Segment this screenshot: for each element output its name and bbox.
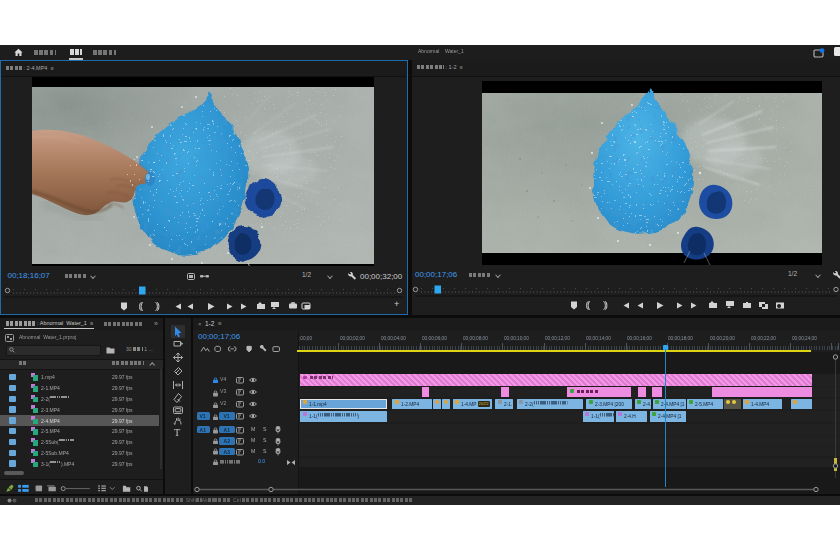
svg-text:T: T <box>174 427 180 437</box>
